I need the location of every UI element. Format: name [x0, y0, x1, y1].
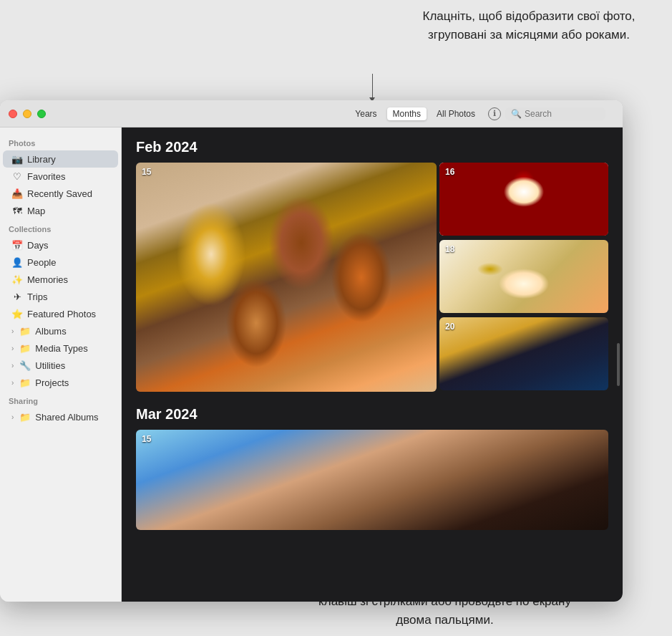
sidebar-item-utilities[interactable]: › 🔧 Utilities [3, 357, 118, 374]
recently-saved-icon: 📥 [11, 188, 23, 199]
sidebar-item-projects[interactable]: › 📁 Projects [3, 374, 118, 391]
feb-thumb2-number: 18 [445, 244, 454, 254]
shared-albums-chevron: › [11, 413, 14, 421]
selfie-group-image [136, 163, 437, 392]
sidebar-item-people[interactable]: 👤 People [3, 254, 118, 271]
view-toolbar: Years Months All Photos ℹ 🔍 [349, 107, 614, 120]
sidebar-item-label: Shared Albums [35, 412, 98, 423]
feb-thumb-3[interactable]: 20 [439, 317, 608, 390]
photos-section-label: Photos [0, 133, 121, 150]
sidebar-item-shared-albums[interactable]: › 📁 Shared Albums [3, 408, 118, 425]
utilities-chevron: › [11, 362, 14, 370]
projects-icon: 📁 [19, 377, 31, 388]
mar-main-number: 15 [142, 434, 151, 444]
sidebar-item-label: Albums [35, 326, 66, 337]
feb-main-number: 15 [142, 167, 151, 177]
sidebar-item-label: Utilities [35, 360, 65, 371]
sidebar-item-library[interactable]: 📷 Library [3, 150, 118, 168]
utilities-icon: 🔧 [19, 360, 31, 371]
info-icon: ℹ [493, 109, 496, 118]
sidebar-item-label: Map [27, 206, 45, 216]
feb-thumb3-number: 20 [445, 322, 454, 332]
cake-image [439, 163, 608, 236]
sidebar-item-trips[interactable]: ✈ Trips [3, 288, 118, 305]
sidebar-item-label: Memories [27, 274, 68, 285]
years-button[interactable]: Years [349, 107, 382, 120]
sidebar-item-label: Media Types [35, 343, 87, 354]
photos-app-window: Years Months All Photos ℹ 🔍 Photos 📷 Lib… [0, 100, 623, 602]
library-icon: 📷 [11, 153, 23, 165]
feb-thumb1-number: 16 [445, 167, 454, 177]
sidebar-item-recently-saved[interactable]: 📥 Recently Saved [3, 185, 118, 202]
feb-photo-grid: 15 16 18 20 [136, 163, 608, 392]
food-image [439, 240, 608, 313]
albums-icon: 📁 [19, 325, 31, 337]
search-icon: 🔍 [511, 109, 522, 119]
feb-main-photo[interactable]: 15 [136, 163, 437, 392]
sidebar-item-label: People [27, 257, 56, 268]
memories-icon: ✨ [11, 274, 23, 285]
titlebar: Years Months All Photos ℹ 🔍 [0, 100, 623, 127]
photos-content[interactable]: Feb 2024 15 16 18 [122, 127, 623, 602]
curly-hair-image [136, 430, 608, 530]
close-button[interactable] [9, 110, 17, 118]
trips-icon: ✈ [11, 291, 23, 302]
sidebar-item-label: Library [27, 154, 56, 165]
feb-thumb-2[interactable]: 18 [439, 240, 608, 313]
maximize-button[interactable] [37, 110, 46, 118]
search-input[interactable] [525, 109, 600, 119]
map-icon: 🗺 [11, 205, 23, 216]
mar-month-label: Mar 2024 [136, 406, 608, 423]
media-types-chevron: › [11, 344, 14, 352]
all-photos-button[interactable]: All Photos [431, 107, 481, 120]
collections-section-label: Collections [0, 219, 121, 236]
mar-photo-grid: 15 [136, 430, 608, 530]
sidebar-item-label: Favorites [27, 171, 65, 182]
sidebar-item-featured-photos[interactable]: ⭐ Featured Photos [3, 305, 118, 322]
mar-main-photo[interactable]: 15 [136, 430, 608, 530]
scroll-indicator [617, 343, 620, 386]
top-arrow-line [372, 74, 373, 99]
people-icon: 👤 [11, 256, 23, 268]
sidebar-item-days[interactable]: 📅 Days [3, 236, 118, 254]
albums-chevron: › [11, 327, 14, 335]
info-button[interactable]: ℹ [488, 107, 501, 120]
top-annotation-text: Клацніть, щоб відобразити свої фото, згр… [423, 9, 636, 42]
main-body: Photos 📷 Library ♡ Favorites 📥 Recently … [0, 127, 623, 602]
sharing-section-label: Sharing [0, 391, 121, 408]
search-box[interactable]: 🔍 [505, 107, 605, 120]
projects-chevron: › [11, 379, 14, 387]
days-icon: 📅 [11, 239, 23, 251]
sidebar-item-media-types[interactable]: › 📁 Media Types [3, 339, 118, 357]
sidebar-item-albums[interactable]: › 📁 Albums [3, 322, 118, 339]
sidebar-item-favorites[interactable]: ♡ Favorites [3, 168, 118, 185]
sidebar-item-memories[interactable]: ✨ Memories [3, 271, 118, 288]
sidebar: Photos 📷 Library ♡ Favorites 📥 Recently … [0, 127, 122, 602]
content-scroll-area[interactable]: Feb 2024 15 16 18 [122, 127, 623, 602]
feb-thumb-1[interactable]: 16 [439, 163, 608, 236]
favorites-icon: ♡ [11, 170, 23, 182]
sidebar-item-label: Days [27, 240, 49, 251]
sidebar-item-label: Trips [27, 292, 47, 302]
sidebar-item-label: Recently Saved [27, 188, 92, 199]
shared-albums-icon: 📁 [19, 411, 31, 423]
minimize-button[interactable] [23, 110, 31, 118]
feb-month-label: Feb 2024 [136, 139, 608, 155]
portrait-image [439, 317, 608, 390]
featured-photos-icon: ⭐ [11, 308, 23, 319]
sidebar-item-label: Projects [35, 377, 69, 388]
top-annotation: Клацніть, щоб відобразити свої фото, згр… [407, 0, 651, 44]
months-button[interactable]: Months [387, 107, 427, 120]
media-types-icon: 📁 [19, 342, 31, 354]
sidebar-item-map[interactable]: 🗺 Map [3, 202, 118, 219]
sidebar-item-label: Featured Photos [27, 309, 96, 319]
